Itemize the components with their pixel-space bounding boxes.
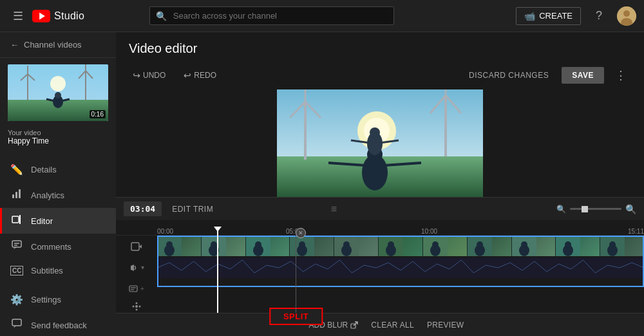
create-label: CREATE	[539, 11, 573, 21]
camera-icon: 📹	[524, 11, 535, 21]
timeline-area: ✕ 00:00 05:00 10:00 15:11 ▾	[116, 220, 644, 313]
subtitle-track-icon: +	[116, 278, 157, 299]
undo-label: UNDO	[143, 71, 166, 80]
sidebar-item-editor[interactable]: Editor	[0, 208, 116, 234]
playhead-line	[217, 236, 218, 313]
audio-expand-icon[interactable]: ▾	[141, 264, 144, 271]
editor-title: Video editor	[129, 41, 631, 56]
help-button[interactable]: ?	[589, 6, 609, 26]
avatar[interactable]	[617, 6, 636, 26]
svg-point-56	[135, 305, 138, 308]
sidebar-item-analytics[interactable]: Analytics	[0, 182, 116, 208]
search-icon: 🔍	[156, 11, 167, 21]
details-icon: ✏️	[10, 163, 23, 176]
edit-trim-button[interactable]: EDIT TRIM	[167, 202, 218, 216]
svg-rect-39	[444, 95, 447, 156]
svg-point-46	[370, 127, 380, 138]
thumb-duration: 0:16	[90, 110, 106, 118]
details-label: Details	[31, 165, 57, 174]
drag-handle: ≡	[331, 203, 337, 215]
preview-button[interactable]: PREVIEW	[427, 321, 464, 330]
sidebar-item-details[interactable]: ✏️ Details	[0, 157, 116, 182]
editor-toolbar: ↩ UNDO ↩ REDO DISCARD CHANGES SAVE ⋮	[116, 61, 644, 89]
preview-area	[116, 89, 644, 197]
subtitle-add-icon[interactable]: +	[140, 285, 144, 292]
playhead	[217, 228, 218, 243]
video-info: Your video Happy Time	[0, 125, 116, 152]
subtitles-icon: CC	[10, 266, 23, 275]
split-line	[296, 236, 296, 313]
sidebar-item-comments[interactable]: Comments	[0, 234, 116, 259]
zoom-slider[interactable]	[570, 208, 621, 210]
tracks-container: ▾ +	[116, 236, 644, 313]
sidebar-back[interactable]: ← Channel videos	[0, 32, 116, 58]
effects-track-icon	[116, 299, 157, 313]
svg-rect-25	[12, 241, 21, 247]
svg-point-7	[50, 76, 66, 91]
more-options-button[interactable]: ⋮	[611, 65, 631, 86]
sidebar: ← Channel videos	[0, 32, 116, 336]
film-frame	[379, 236, 423, 256]
feedback-label: Send feedback	[31, 321, 87, 330]
subtitles-label: Subtitles	[31, 266, 63, 275]
film-frame	[468, 236, 512, 256]
sidebar-item-feedback[interactable]: Send feedback	[0, 312, 116, 336]
svg-point-90	[565, 241, 571, 248]
video-title: Happy Time	[8, 136, 108, 145]
main-layout: ← Channel videos	[0, 32, 644, 336]
film-frames	[157, 236, 644, 256]
clear-all-button[interactable]: CLEAR ALL	[371, 321, 414, 330]
studio-label: Studio	[54, 10, 84, 22]
analytics-label: Analytics	[31, 191, 64, 200]
svg-rect-20	[12, 194, 14, 198]
film-frame	[202, 236, 246, 256]
undo-button[interactable]: ↩ UNDO	[129, 68, 169, 83]
ruler-mark-10: 10:00	[421, 228, 437, 235]
split-marker: ✕	[296, 228, 306, 238]
svg-point-72	[299, 241, 305, 248]
sidebar-item-subtitles[interactable]: CC Subtitles	[0, 259, 116, 282]
save-button[interactable]: SAVE	[562, 67, 604, 84]
svg-point-58	[139, 305, 141, 307]
film-strip	[157, 236, 644, 256]
topbar-right: 📹 CREATE ?	[516, 6, 636, 26]
ruler-mark-end: 15:11	[628, 228, 644, 235]
search-bar: 🔍	[149, 6, 394, 25]
comments-label: Comments	[31, 242, 71, 252]
film-frame	[556, 236, 600, 256]
svg-point-78	[388, 241, 394, 248]
subtitle-track	[157, 279, 644, 299]
undo-icon: ↩	[133, 70, 140, 80]
svg-point-17	[55, 92, 61, 98]
tracks-content	[157, 236, 644, 313]
menu-icon[interactable]: ☰	[8, 6, 28, 26]
film-frame	[290, 236, 334, 256]
toolbar-right: DISCARD CHANGES SAVE ⋮	[462, 65, 631, 86]
film-frame	[600, 236, 644, 256]
create-button[interactable]: 📹 CREATE	[516, 7, 581, 25]
svg-rect-12	[85, 71, 86, 100]
video-track	[157, 236, 644, 256]
editor-icon	[10, 214, 23, 227]
svg-point-75	[343, 241, 350, 248]
svg-point-3	[623, 10, 630, 17]
redo-icon: ↩	[184, 70, 191, 80]
zoom-out-icon: 🔍	[556, 205, 566, 214]
sidebar-item-settings[interactable]: ⚙️ Settings	[0, 287, 116, 312]
svg-rect-94	[157, 257, 644, 277]
svg-point-66	[211, 241, 217, 248]
video-label: Your video	[8, 129, 108, 136]
back-arrow-icon: ←	[10, 40, 19, 50]
time-display: 03:04	[124, 201, 162, 216]
timeline-controls: 03:04 EDIT TRIM ≡ 🔍 🔍	[116, 197, 644, 220]
search-input[interactable]	[149, 6, 394, 25]
svg-point-59	[136, 302, 138, 304]
film-frame	[246, 236, 290, 256]
discard-button[interactable]: DISCARD CHANGES	[462, 67, 555, 84]
zoom-controls: 🔍 🔍	[556, 204, 636, 214]
bottom-actions: SPLIT ADD BLUR CLEAR ALL PREVIEW	[116, 313, 644, 336]
track-icons: ▾ +	[116, 236, 157, 313]
redo-button[interactable]: ↩ REDO	[180, 68, 220, 83]
video-thumbnail-area: 0:16	[0, 58, 116, 125]
svg-rect-23	[12, 216, 19, 223]
